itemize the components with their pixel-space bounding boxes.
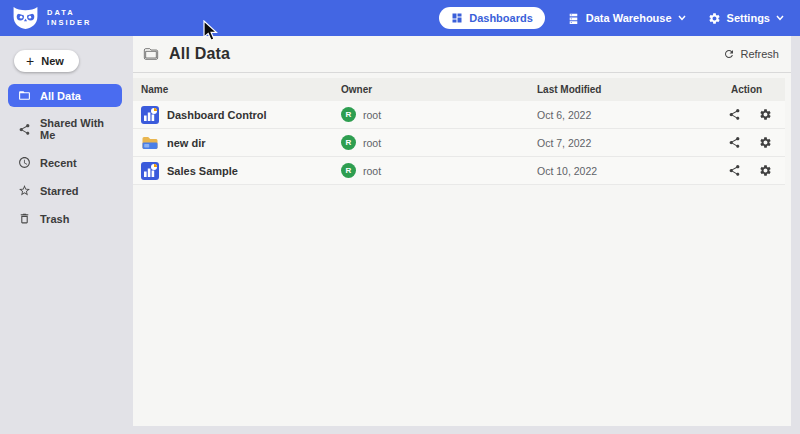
refresh-icon — [723, 48, 735, 60]
plus-icon: + — [26, 56, 34, 66]
owner-name: root — [363, 109, 381, 121]
logo-text: DATA INSIDER — [47, 8, 91, 28]
folder-icon — [18, 89, 31, 102]
new-button[interactable]: + New — [14, 50, 79, 72]
dashboards-icon — [451, 12, 463, 24]
main-panel: All Data Refresh Name Owner Last Modifie… — [133, 36, 791, 426]
clock-icon — [18, 156, 31, 169]
owner-avatar: R — [341, 107, 356, 122]
data-warehouse-label: Data Warehouse — [586, 12, 672, 24]
new-button-label: New — [41, 55, 64, 67]
trash-icon — [18, 212, 31, 225]
dashboards-button[interactable]: Dashboards — [439, 7, 545, 29]
dashboards-label: Dashboards — [469, 12, 533, 24]
sidebar-item-trash[interactable]: Trash — [8, 207, 122, 230]
share-button[interactable] — [728, 164, 741, 177]
owl-logo-icon — [12, 6, 39, 30]
table-row[interactable]: Sales Sample R root Oct 10, 2022 — [133, 157, 785, 185]
file-name: Sales Sample — [167, 165, 238, 177]
share-icon — [18, 123, 31, 136]
sidebar-item-label: All Data — [40, 90, 81, 102]
owner-avatar: R — [341, 163, 356, 178]
settings-label: Settings — [727, 12, 770, 24]
dashboard-file-icon — [141, 106, 159, 124]
dashboard-file-icon — [141, 162, 159, 180]
row-settings-button[interactable] — [759, 136, 772, 149]
table-row[interactable]: Dashboard Control R root Oct 6, 2022 — [133, 101, 785, 129]
page-title: All Data — [169, 45, 230, 63]
sidebar-item-shared-with-me[interactable]: Shared With Me — [8, 112, 122, 146]
refresh-label: Refresh — [740, 48, 779, 60]
logo-line-1: DATA — [47, 8, 91, 18]
sidebar-item-label: Shared With Me — [40, 117, 112, 141]
last-modified-date: Oct 6, 2022 — [529, 109, 723, 121]
column-header-last-modified: Last Modified — [529, 84, 723, 95]
last-modified-date: Oct 7, 2022 — [529, 137, 723, 149]
column-header-action: Action — [723, 84, 785, 95]
sidebar-item-all-data[interactable]: All Data — [8, 84, 122, 107]
chevron-down-icon — [678, 15, 686, 21]
sidebar-item-label: Trash — [40, 213, 69, 225]
share-button[interactable] — [728, 136, 741, 149]
sidebar-item-label: Starred — [40, 185, 79, 197]
top-nav: Dashboards Data Warehouse Settings — [439, 7, 784, 29]
owner-name: root — [363, 165, 381, 177]
owner-name: root — [363, 137, 381, 149]
star-icon — [18, 184, 31, 197]
content-header: All Data Refresh — [133, 36, 791, 73]
folder-icon — [143, 46, 159, 62]
table-header-row: Name Owner Last Modified Action — [133, 78, 785, 101]
data-table: Name Owner Last Modified Action — [133, 78, 785, 185]
gear-icon — [708, 12, 721, 25]
row-settings-button[interactable] — [759, 108, 772, 121]
sidebar: + New All Data Shared With Me Recent — [0, 36, 130, 434]
column-header-owner: Owner — [333, 84, 529, 95]
owner-avatar: R — [341, 135, 356, 150]
data-warehouse-menu[interactable]: Data Warehouse — [567, 12, 686, 25]
chevron-down-icon — [776, 15, 784, 21]
settings-menu[interactable]: Settings — [708, 12, 784, 25]
table-row[interactable]: new dir R root Oct 7, 2022 — [133, 129, 785, 157]
top-header: DATA INSIDER Dashboards Data Warehouse — [0, 0, 800, 36]
sidebar-item-starred[interactable]: Starred — [8, 179, 122, 202]
refresh-button[interactable]: Refresh — [723, 48, 779, 60]
logo[interactable]: DATA INSIDER — [12, 6, 91, 30]
folder-file-icon — [141, 134, 159, 152]
logo-line-2: INSIDER — [47, 18, 91, 28]
sidebar-item-label: Recent — [40, 157, 77, 169]
sidebar-item-recent[interactable]: Recent — [8, 151, 122, 174]
last-modified-date: Oct 10, 2022 — [529, 165, 723, 177]
file-name: new dir — [167, 137, 206, 149]
file-name: Dashboard Control — [167, 109, 267, 121]
row-settings-button[interactable] — [759, 164, 772, 177]
column-header-name: Name — [133, 84, 333, 95]
share-button[interactable] — [728, 108, 741, 121]
database-icon — [567, 12, 580, 25]
